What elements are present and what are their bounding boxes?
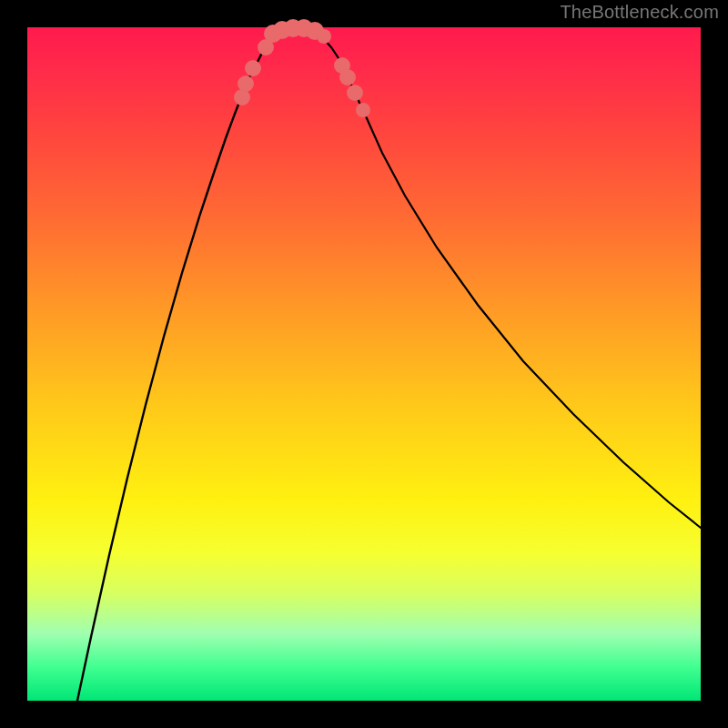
marker-dot [317,29,331,44]
chart-svg [27,27,701,701]
highlight-markers [234,19,370,117]
marker-dot [245,60,261,76]
watermark-text: TheBottleneck.com [560,2,719,23]
curve-right [300,28,701,528]
chart-frame: TheBottleneck.com [0,0,728,728]
marker-dot [339,69,356,86]
marker-dot [347,85,363,101]
plot-area [27,27,701,701]
marker-dot [238,76,254,92]
marker-dot [356,103,370,117]
curve-left [77,28,300,701]
